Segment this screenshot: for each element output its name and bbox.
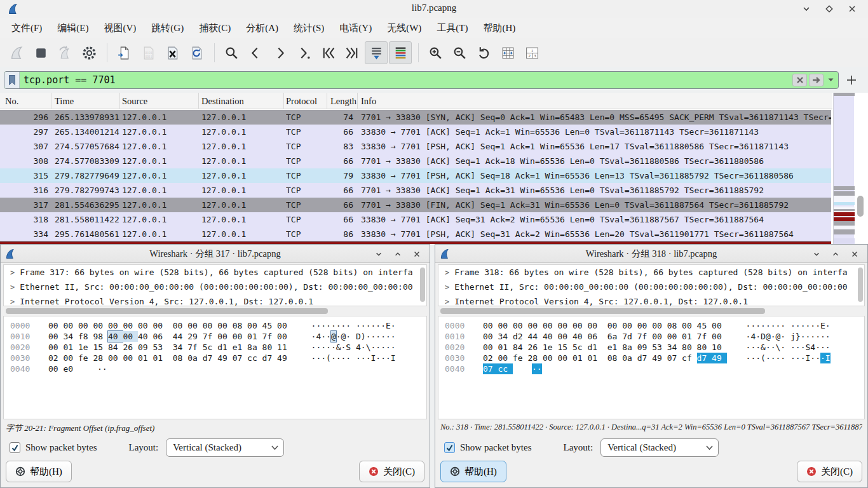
tree-scrollbar-thumb[interactable] <box>858 268 863 302</box>
close-icon[interactable] <box>413 250 421 258</box>
help-button[interactable]: 帮助(H) <box>6 461 72 482</box>
capture-start-button[interactable] <box>5 41 28 64</box>
tree-row[interactable]: >Internet Protocol Version 4, Src: 127.0… <box>4 294 426 306</box>
close-button[interactable]: 关闭(C) <box>359 461 424 482</box>
menu-item-G[interactable]: 跳转(G) <box>144 20 191 36</box>
packet-row-307[interactable]: 307274.577057684127.0.0.1127.0.0.1TCP833… <box>0 139 831 154</box>
tree-row[interactable]: >Ethernet II, Src: 00:00:00_00:00:00 (00… <box>438 280 864 294</box>
menu-item-F[interactable]: 文件(F) <box>4 20 50 36</box>
packet-row-297[interactable]: 297265.134001214127.0.0.1127.0.0.1TCP663… <box>0 125 831 139</box>
hex-row[interactable]: 004000 e0 ·· <box>4 363 426 374</box>
find-packet-button[interactable] <box>220 41 243 64</box>
menu-item-S[interactable]: 统计(S) <box>286 20 332 36</box>
auto-scroll-button[interactable] <box>365 41 388 64</box>
capture-stop-button[interactable] <box>29 41 52 64</box>
column-header-info[interactable]: Info <box>361 93 376 109</box>
column-separator[interactable] <box>51 93 51 109</box>
filter-apply-button[interactable] <box>809 74 824 86</box>
menu-item-E[interactable]: 编辑(E) <box>50 20 96 36</box>
expander-icon[interactable]: > <box>10 266 15 280</box>
filter-add-button[interactable] <box>844 72 859 88</box>
tree-hscrollbar-thumb[interactable] <box>6 308 328 314</box>
column-header-time[interactable]: Time <box>55 93 74 109</box>
hex-row[interactable]: 002000 01 1e 15 84 26 09 53 34 7f 5c d1 … <box>4 342 426 353</box>
resize-columns-button[interactable] <box>496 41 519 64</box>
filter-bookmark-icon[interactable] <box>4 72 20 88</box>
packet-row-308[interactable]: 308274.577083309127.0.0.1127.0.0.1TCP667… <box>0 154 831 168</box>
hex-row[interactable]: 001000 34 f8 98 40 00 40 06 44 29 7f 00 … <box>4 331 426 342</box>
packet-row-296[interactable]: 296265.133978931127.0.0.1127.0.0.1TCP747… <box>0 110 831 125</box>
display-filter-input[interactable]: tcp.port == 7701 <box>4 71 839 89</box>
minimize-icon[interactable] <box>813 250 820 258</box>
zoom-in-button[interactable] <box>424 41 447 64</box>
tree-hscrollbar-thumb[interactable] <box>440 308 765 314</box>
filter-value[interactable]: tcp.port == 7701 <box>20 74 792 86</box>
expander-icon[interactable]: > <box>445 280 449 294</box>
tree-row[interactable]: >Frame 318: 66 bytes on wire (528 bits),… <box>438 265 864 280</box>
close-file-button[interactable] <box>161 41 184 64</box>
menu-item-V[interactable]: 视图(V) <box>97 20 144 36</box>
filter-clear-button[interactable] <box>792 74 807 86</box>
tree-row[interactable]: >Internet Protocol Version 4, Src: 127.0… <box>438 294 864 306</box>
menu-item-T[interactable]: 工具(T) <box>429 20 475 36</box>
column-separator[interactable] <box>327 93 327 109</box>
hex-row[interactable]: 003002 00 fe 28 00 00 01 01 08 0a d7 49 … <box>438 353 864 363</box>
packet-row-334[interactable]: 334295.761480561127.0.0.1127.0.0.1TCP863… <box>0 227 831 241</box>
menu-item-Y[interactable]: 电话(Y) <box>332 20 379 36</box>
open-file-button[interactable] <box>112 41 135 64</box>
expander-icon[interactable]: > <box>10 280 15 294</box>
tree-row[interactable]: >Ethernet II, Src: 00:00:00_00:00:00 (00… <box>4 280 426 294</box>
column-header-protocol[interactable]: Protocol <box>286 93 317 109</box>
close-icon[interactable] <box>848 4 857 13</box>
hex-row[interactable]: 001000 34 d2 44 40 00 40 06 6a 7d 7f 00 … <box>438 331 864 342</box>
column-header-destination[interactable]: Destination <box>201 93 244 109</box>
capture-options-button[interactable] <box>78 41 100 64</box>
minimize-icon[interactable] <box>375 250 383 258</box>
hex-row[interactable]: 000000 00 00 00 00 00 00 00 00 00 00 00 … <box>4 320 426 331</box>
packet-row-316[interactable]: 316279.782799743127.0.0.1127.0.0.1TCP667… <box>0 183 831 198</box>
close-icon[interactable] <box>851 250 858 258</box>
column-separator[interactable] <box>198 93 199 109</box>
menu-item-C[interactable]: 捕获(C) <box>191 20 238 36</box>
minimize-icon[interactable] <box>802 4 811 13</box>
menu-item-A[interactable]: 分析(A) <box>238 20 286 36</box>
menu-item-W[interactable]: 无线(W) <box>379 20 429 36</box>
column-separator[interactable] <box>357 93 358 109</box>
restore-icon[interactable] <box>832 250 839 258</box>
column-separator[interactable] <box>283 93 284 109</box>
show-packet-bytes-checkbox[interactable] <box>444 442 455 453</box>
save-file-button[interactable]: 01010011 <box>137 41 159 64</box>
colorize-button[interactable] <box>389 41 412 64</box>
go-last-button[interactable] <box>341 41 363 64</box>
reload-file-button[interactable] <box>185 41 208 64</box>
restore-icon[interactable] <box>394 250 402 258</box>
column-separator[interactable] <box>119 93 120 109</box>
tree-row[interactable]: >Frame 317: 66 bytes on wire (528 bits),… <box>4 265 426 280</box>
column-header-length[interactable]: Length <box>330 93 356 109</box>
show-packet-bytes-checkbox[interactable] <box>10 442 20 453</box>
go-to-packet-button[interactable] <box>292 41 315 64</box>
go-back-button[interactable] <box>244 41 267 64</box>
hex-row[interactable]: 002000 01 84 26 1e 15 5c d1 e1 8a 09 53 … <box>438 342 864 353</box>
go-forward-button[interactable] <box>268 41 291 64</box>
hex-row[interactable]: 004007 cc ·· <box>438 363 864 374</box>
layout-pick-button[interactable]: 123 <box>520 41 543 64</box>
zoom-out-button[interactable] <box>448 41 471 64</box>
column-header-no[interactable]: No. <box>5 93 18 109</box>
packet-row-317[interactable]: 317281.554636295127.0.0.1127.0.0.1TCP667… <box>0 198 831 212</box>
expander-icon[interactable]: > <box>445 295 449 306</box>
zoom-reset-button[interactable] <box>472 41 495 64</box>
maximize-icon[interactable] <box>825 4 834 13</box>
hex-row[interactable]: 000000 00 00 00 00 00 00 00 00 00 00 00 … <box>438 320 864 331</box>
column-header-source[interactable]: Source <box>122 93 147 109</box>
layout-select[interactable]: Vertical (Stacked) <box>600 438 719 457</box>
go-first-button[interactable] <box>316 41 339 64</box>
help-button[interactable]: 帮助(H) <box>440 461 506 482</box>
tree-scrollbar-thumb[interactable] <box>420 268 425 302</box>
expander-icon[interactable]: > <box>10 295 15 306</box>
packet-row-315[interactable]: 315279.782779649127.0.0.1127.0.0.1TCP793… <box>0 168 831 183</box>
hex-row[interactable]: 003002 00 fe 28 00 00 01 01 08 0a d7 49 … <box>4 353 426 363</box>
packet-row-318[interactable]: 318281.558011422127.0.0.1127.0.0.1TCP663… <box>0 212 831 227</box>
close-button[interactable]: 关闭(C) <box>797 461 862 482</box>
layout-select[interactable]: Vertical (Stacked) <box>166 438 284 457</box>
